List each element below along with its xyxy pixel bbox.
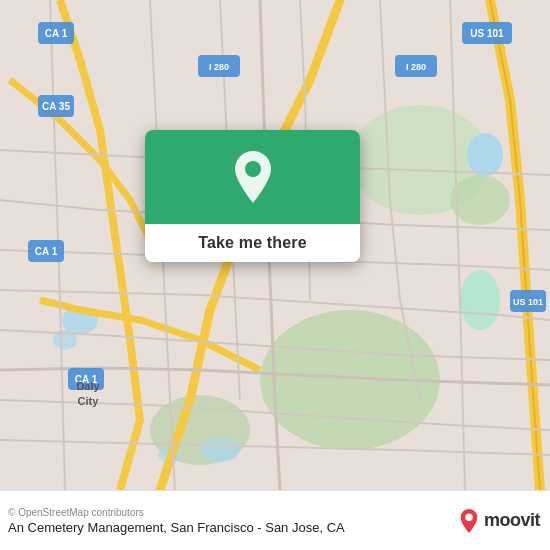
moovit-text: moovit [484,510,540,531]
moovit-logo: moovit [458,508,540,534]
take-me-there-button[interactable]: Take me there [198,234,307,252]
popup-header [145,130,360,224]
map-container: CA 1 CA 35 CA 1 CA 1 US 101 US 101 I 280… [0,0,550,490]
svg-point-29 [245,161,261,177]
svg-text:I 280: I 280 [406,62,426,72]
svg-text:City: City [78,395,100,407]
svg-text:Daly: Daly [76,380,100,392]
popup-card: Take me there [145,130,360,262]
footer-bar: © OpenStreetMap contributors An Cemetery… [0,490,550,550]
svg-text:CA 35: CA 35 [42,101,70,112]
svg-point-2 [450,175,510,225]
svg-text:US 101: US 101 [513,297,543,307]
svg-point-6 [467,133,503,177]
location-name: An Cemetery Management, San Francisco - … [8,520,345,535]
osm-attribution: © OpenStreetMap contributors [8,507,345,518]
svg-text:CA 1: CA 1 [35,246,58,257]
footer-left: © OpenStreetMap contributors An Cemetery… [8,507,345,535]
svg-text:CA 1: CA 1 [45,28,68,39]
svg-text:US 101: US 101 [470,28,504,39]
moovit-pin-icon [458,508,480,534]
popup-button-area[interactable]: Take me there [145,224,360,262]
location-pin-icon [228,152,278,202]
svg-point-30 [465,513,472,520]
svg-point-5 [460,270,500,330]
svg-point-9 [200,438,240,462]
svg-text:I 280: I 280 [209,62,229,72]
